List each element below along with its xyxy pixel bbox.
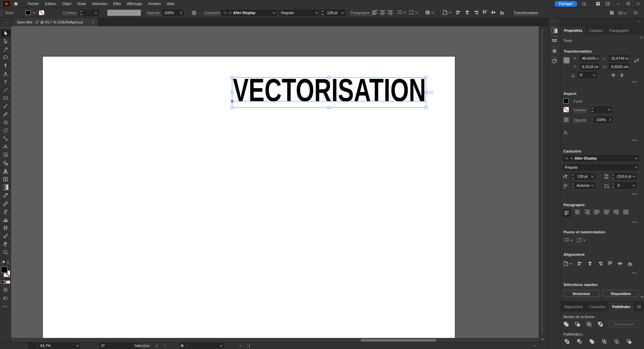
font-family-chevron[interactable] [272, 10, 277, 16]
toolbar-collapse-button[interactable]: » [0, 18, 13, 26]
kerning-stepper[interactable] [571, 182, 575, 188]
character-label[interactable]: Caractère : [204, 11, 222, 15]
panel-scroll-down-icon[interactable] [639, 294, 644, 300]
default-swatches-icon[interactable] [1, 260, 5, 265]
opacity-label[interactable]: Opacité : [147, 11, 162, 15]
trace-button[interactable]: Vectoriser [564, 290, 599, 297]
horizontal-scrollbar[interactable] [11, 338, 539, 342]
tab-proprietes[interactable]: Propriétés [561, 26, 586, 35]
opacity-flyout-button[interactable] [178, 10, 183, 16]
control-workspace-icon[interactable] [609, 10, 614, 15]
aspect-more-icon[interactable]: ••• [632, 138, 638, 142]
color-mode-color-icon[interactable] [1, 281, 4, 284]
bullet-list-chevron[interactable] [402, 9, 407, 15]
vertical-scrollbar-down-icon[interactable] [540, 336, 545, 342]
y-field[interactable]: 6,1518 cm [580, 64, 599, 70]
font-size-field[interactable]: 128 pt [325, 10, 340, 16]
menu-fenetre[interactable]: Fenêtre [145, 2, 164, 6]
horizontal-scrollbar-thumb[interactable] [361, 339, 436, 342]
panel-numbered-list-icon[interactable]: 12 [576, 237, 582, 243]
panel-font-size-chevron[interactable] [590, 173, 595, 179]
strip-grip-2[interactable] [551, 36, 557, 37]
color-mode-none-icon[interactable] [7, 281, 10, 284]
workspace-switcher-icon[interactable] [596, 1, 600, 6]
tool-perspective-grid[interactable] [0, 167, 11, 175]
color-mode-gradient-icon[interactable] [4, 281, 7, 284]
tool-scale[interactable] [0, 134, 11, 142]
align-right-text-icon[interactable] [386, 9, 393, 16]
aspect-opacity-label[interactable]: Opacité [574, 118, 586, 123]
stroke-weight-label[interactable]: Contour : [63, 11, 78, 15]
shape-mode-minus-front-icon[interactable] [575, 321, 581, 327]
dock-tab-caractere[interactable]: Caractère [586, 302, 609, 311]
gradient-panel-icon[interactable] [551, 28, 557, 33]
aspect-stroke-stepper[interactable] [590, 107, 594, 113]
menu-texte[interactable]: Texte [74, 2, 89, 6]
search-icon[interactable] [582, 1, 587, 6]
leading-chevron[interactable] [632, 173, 637, 179]
panel-align-left-icon[interactable] [577, 260, 583, 267]
panel-scroll-up-icon[interactable] [639, 35, 644, 41]
pathfinder-trim-icon[interactable] [577, 339, 582, 344]
strip-grip-3[interactable] [551, 46, 557, 47]
panel-align-center-v-icon[interactable] [617, 260, 623, 267]
panel-font-style-field[interactable]: Regular [563, 164, 634, 170]
panel-font-family-field[interactable]: Aller Display [563, 155, 634, 161]
status-zoom-field[interactable]: 64,7% [38, 343, 75, 348]
aspect-opacity-field[interactable]: 100% [594, 117, 608, 123]
control-bar-menu-icon[interactable] [633, 10, 638, 15]
tool-pen[interactable] [0, 62, 11, 70]
dock-menu-icon[interactable] [637, 304, 641, 309]
numbered-list-chevron[interactable] [415, 9, 419, 15]
paragraph-label[interactable]: Paragraphe : [351, 11, 372, 15]
tool-type[interactable]: T [0, 78, 11, 86]
color-panel-icon[interactable] [551, 58, 557, 64]
shape-mode-unite-icon[interactable] [563, 321, 569, 327]
align-left-text-icon[interactable] [372, 9, 378, 16]
tool-artboard[interactable] [0, 224, 11, 232]
vertical-scrollbar[interactable] [539, 26, 548, 342]
pathfinder-merge-icon[interactable] [589, 339, 595, 344]
pathfinder-crop-icon[interactable] [601, 339, 607, 344]
shape-mode-intersect-icon[interactable] [586, 321, 592, 327]
menu-edition[interactable]: Edition [42, 2, 59, 6]
handle-top-right[interactable] [425, 76, 427, 79]
tool-zoom[interactable] [0, 248, 11, 256]
document-tab[interactable]: Sans titre - 1* @ 64,7 % (CMJN/Aperçu) [13, 18, 98, 26]
h-field[interactable]: 5,0325 cm [609, 64, 629, 70]
tool-blend[interactable] [0, 199, 11, 208]
pathfinder-outline-icon[interactable] [614, 339, 620, 344]
para-justify-right-icon[interactable] [613, 209, 620, 216]
tab-calques[interactable]: Calques [586, 26, 606, 35]
handle-bottom-right[interactable] [425, 107, 427, 109]
status-collapse-icon[interactable]: ‹ [186, 343, 188, 347]
strip-grip-1[interactable] [551, 27, 557, 27]
tracking-field[interactable]: 0 [615, 182, 632, 188]
strip-collapse-button[interactable]: « [548, 18, 560, 25]
aspect-stroke-chevron[interactable] [607, 107, 612, 113]
dock-tab-pathfinder[interactable]: Pathfinder [609, 302, 634, 311]
drawing-mode-icon[interactable] [3, 287, 8, 292]
align-more-icon[interactable]: ••• [632, 271, 638, 275]
para-align-left-icon[interactable] [563, 209, 571, 217]
tool-line-segment[interactable] [0, 86, 11, 94]
leading-field[interactable]: (153,6 pt [615, 173, 632, 179]
reference-point-icon[interactable] [563, 57, 570, 64]
bullet-list-icon[interactable] [396, 9, 402, 15]
opacity-field[interactable]: 100% [162, 10, 178, 16]
rotation-chevron[interactable] [592, 72, 597, 78]
panel-bullet-list-chevron[interactable] [570, 237, 574, 243]
panel-scrollbar[interactable] [641, 35, 643, 300]
toolbar-more-icon[interactable]: ••• [0, 305, 11, 308]
toolbar-grip[interactable] [1, 27, 9, 28]
rotation-field[interactable]: 0° [578, 72, 592, 78]
next-artboard-icon[interactable] [238, 344, 243, 348]
tab-paragraphe[interactable]: Paragraphe [606, 26, 632, 35]
handle-middle-left[interactable] [231, 92, 233, 94]
stroke-weight-stepper[interactable] [79, 10, 83, 16]
leading-stepper[interactable] [611, 173, 615, 179]
para-justify-center-icon[interactable] [603, 209, 610, 216]
panel-align-center-h-icon[interactable] [587, 260, 593, 267]
panel-numbered-list-chevron[interactable] [582, 237, 586, 243]
aspect-stroke-field[interactable] [595, 107, 607, 113]
